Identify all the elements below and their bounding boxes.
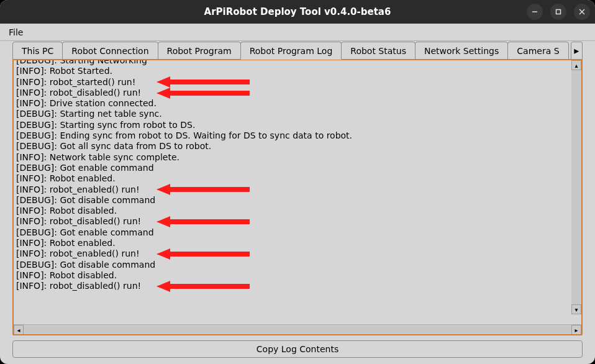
log-container: [DEBUG]: Starting Networking [INFO]: Rob… [12, 59, 583, 335]
maximize-button[interactable] [550, 4, 566, 20]
log-scroll-area: [DEBUG]: Starting Networking [INFO]: Rob… [14, 60, 581, 324]
tab-robot-status[interactable]: Robot Status [341, 42, 416, 60]
titlebar: ArPiRobot Deploy Tool v0.4.0-beta6 [0, 0, 595, 24]
menubar: File [0, 24, 595, 41]
copy-log-button[interactable]: Copy Log Contents [12, 340, 583, 358]
window-controls [527, 0, 590, 24]
close-icon [578, 8, 586, 16]
tab-label: Robot Program [167, 46, 232, 56]
tab-this-pc[interactable]: This PC [12, 42, 63, 60]
tab-camera-stream[interactable]: Camera S [507, 42, 568, 60]
tab-scroll-right-button[interactable]: ▸ [571, 42, 583, 60]
tab-robot-connection[interactable]: Robot Connection [62, 42, 158, 60]
minimize-button[interactable] [527, 4, 543, 20]
scroll-down-button[interactable]: ▾ [571, 304, 581, 314]
scroll-right-button[interactable]: ▸ [571, 325, 581, 335]
tab-network-settings[interactable]: Network Settings [415, 42, 508, 60]
scroll-left-button[interactable]: ◂ [14, 325, 24, 335]
horizontal-scrollbar[interactable]: ◂ ▸ [14, 324, 581, 334]
maximize-icon [555, 8, 562, 16]
scroll-track-horizontal[interactable] [24, 325, 571, 334]
tab-label: Robot Program Log [250, 46, 333, 56]
scroll-up-button[interactable]: ▴ [571, 60, 581, 70]
log-text[interactable]: [DEBUG]: Starting Networking [INFO]: Rob… [14, 60, 571, 293]
copy-log-label: Copy Log Contents [257, 344, 338, 354]
app-window: ArPiRobot Deploy Tool v0.4.0-beta6 File … [0, 0, 595, 364]
svg-rect-1 [556, 10, 561, 14]
menu-file[interactable]: File [5, 26, 27, 39]
minimize-icon [531, 8, 538, 16]
tab-label: Robot Connection [71, 46, 148, 56]
tab-label: Camera S [517, 46, 559, 56]
tab-label: Robot Status [350, 46, 406, 56]
close-button[interactable] [574, 4, 590, 20]
tab-robot-program[interactable]: Robot Program [158, 42, 241, 60]
window-title: ArPiRobot Deploy Tool v0.4.0-beta6 [204, 6, 391, 17]
chevron-right-icon: ▸ [574, 45, 579, 57]
tab-robot-program-log[interactable]: Robot Program Log [240, 42, 342, 60]
vertical-scrollbar[interactable]: ▴ ▾ [571, 60, 581, 314]
scroll-track-vertical[interactable] [571, 70, 581, 304]
tab-label: This PC [22, 46, 53, 56]
tab-content: [DEBUG]: Starting Networking [INFO]: Rob… [0, 58, 595, 364]
tabbar: This PC Robot Connection Robot Program R… [0, 41, 595, 59]
tab-label: Network Settings [424, 46, 499, 56]
